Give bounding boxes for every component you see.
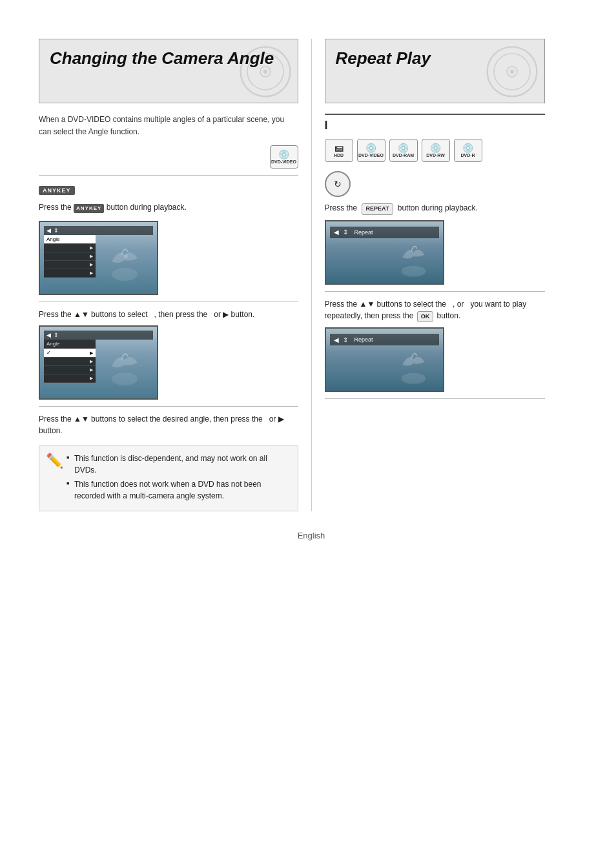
screen2-menu-item-2: ✓▶ [44,349,96,358]
dvd-video-label: DVD-VIDEO [271,159,296,165]
note-item-1: This function is disc-dependent, and may… [67,453,291,476]
step3-text: Press the ▲▼ buttons to select the desir… [39,413,298,436]
menu-item-1: Angle [44,235,96,244]
screen-2: ◀ ⇕ Angle ✓▶ ▶ ▶ [39,325,158,400]
divider-2 [39,302,298,302]
note-section: ✏️ This function is disc-dependent, and … [39,445,298,511]
repeat-bar-text-2: Repeat [354,336,373,343]
right-column: Repeat Play I 🖴 [312,39,584,511]
svg-point-10 [510,70,514,74]
dvd-video-icon: 💿 [365,143,376,152]
step2-text: Press the ▲▼ buttons to select , then pr… [39,309,298,320]
badge-dvd-r: 💿 DVD-R [454,139,482,162]
repeat-button-label: REPEAT [362,203,394,215]
dvd-icon: 💿 [278,150,289,159]
divider-1 [39,175,298,176]
bird-svg-1 [99,242,150,287]
svg-point-3 [263,70,267,74]
right-divider-1 [325,291,546,292]
screen2-menu-item-5: ▶ [44,374,96,383]
screen2-menu-item-1: Angle [44,340,96,349]
dvd-r-label: DVD-R [460,153,475,158]
screen2-menu-item-3: ▶ [44,358,96,366]
svg-point-5 [124,254,128,258]
right-divider-2 [325,398,546,399]
left-section-title: Changing the Camera Angle [50,48,287,68]
hdd-icon: 🖴 [334,143,344,152]
hdd-label: HDD [334,153,344,158]
two-column-layout: Changing the Camera Angle When a DVD-VID… [39,39,584,511]
divider-3 [39,406,298,407]
page-wrapper: Changing the Camera Angle When a DVD-VID… [0,0,616,849]
dvd-r-icon: 💿 [462,143,473,152]
repeat-icon: ↻ [325,171,351,197]
dvd-video-label-r: DVD-VIDEO [358,153,384,158]
bird-svg-2 [99,347,150,392]
screen2-menu: Angle ✓▶ ▶ ▶ ▶ [44,340,96,383]
right-screen-1: ◀ ⇕ Repeat [325,220,444,285]
right-section-title: Repeat Play [336,48,535,68]
svg-point-6 [112,373,138,385]
step1-text: Press the ANYKEY button during playback. [39,200,298,216]
right-step-marker: I [325,114,546,132]
dvd-rw-label: DVD-RW [426,153,445,158]
screen1-bar: ◀ ⇕ [44,226,153,235]
screen1-menu: Angle ▶ ▶ ▶ ▶ [44,235,96,278]
bird-svg-right-1 [389,241,438,280]
dvd-ram-icon: 💿 [398,143,409,152]
menu-item-2: ▶ [44,244,96,252]
repeat-bar-text: Repeat [354,229,373,236]
screen2-bar: ◀ ⇕ [44,331,153,340]
screen-1: ◀ ⇕ Angle ▶ ▶ ▶ [39,221,158,295]
right-step2-text: Press the ▲▼ buttons to select the , or … [325,298,546,323]
note-list: This function is disc-dependent, and may… [67,453,291,502]
svg-point-12 [401,373,426,384]
badge-hdd: 🖴 HDD [325,139,353,162]
device-badges-right: 🖴 HDD 💿 DVD-VIDEO 💿 DVD-RAM 💿 DVD-RW [325,139,546,162]
ok-button-label: OK [417,311,434,323]
svg-point-11 [401,265,426,276]
dvd-rw-icon: 💿 [430,143,441,152]
note-content: This function is disc-dependent, and may… [67,453,291,504]
menu-item-5: ▶ [44,269,96,278]
note-item-2: This function does not work when a DVD h… [67,478,291,502]
menu-item-4: ▶ [44,261,96,269]
right-step1-text: Press the REPEAT button during playback. [325,202,546,215]
footer-language: English [298,531,325,540]
right-column-inner: Repeat Play I 🖴 [325,39,584,399]
left-column: Changing the Camera Angle When a DVD-VID… [39,39,312,511]
badge-dvd-video: 💿 DVD-VIDEO [357,139,385,162]
screen2-menu-item-4: ▶ [44,366,96,374]
left-intro-text: When a DVD-VIDEO contains multiple angle… [39,114,298,138]
repeat-bar-2: ◀ ⇕ Repeat [330,334,439,345]
repeat-bar-1: ◀ ⇕ Repeat [330,227,439,238]
repeat-icon-container: ↻ [325,167,546,199]
note-icon: ✏️ [46,453,61,469]
badge-dvd-ram: 💿 DVD-RAM [389,139,418,162]
dvd-ram-label: DVD-RAM [393,153,414,158]
step1-anykey: ANYKEY [74,204,104,213]
menu-item-3: ▶ [44,252,96,261]
left-section-header: Changing the Camera Angle [39,39,298,103]
dvd-video-badge: 💿 DVD-VIDEO [270,145,298,169]
right-section-header: Repeat Play [325,39,546,103]
bird-svg-right-2 [389,348,438,387]
badge-dvd-rw: 💿 DVD-RW [422,139,450,162]
footer: English [39,531,584,540]
anykey-button-label: ANYKEY [39,186,75,195]
svg-point-4 [112,268,138,281]
right-screen-2: ◀ ⇕ Repeat [325,327,444,392]
